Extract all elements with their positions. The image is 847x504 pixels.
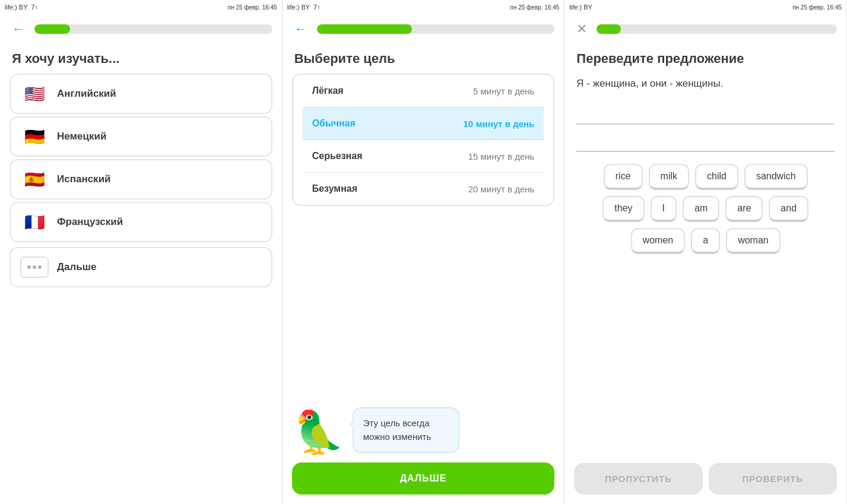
progress-bar-1 (34, 24, 272, 34)
header-bar-1: ← (0, 14, 282, 42)
status-right-3: пн 25 февр. 16:45 (792, 4, 842, 11)
panel-language-selection: life:) BY 7↑ пн 25 февр. 16:45 ← Я хочу … (0, 0, 283, 504)
more-label: Дальше (57, 261, 96, 273)
progress-bar-3 (597, 24, 837, 34)
owl-emoji: 🦜 (292, 411, 345, 453)
word-tile-i[interactable]: I (651, 196, 677, 222)
word-tiles-section: rice milk child sandwich they I am are a… (564, 152, 846, 309)
goal-item-easy[interactable]: Лёгкая 5 минут в день (303, 75, 544, 107)
dot-1 (27, 265, 31, 269)
back-button-2[interactable]: ← (292, 21, 310, 37)
continue-button[interactable]: ДАЛЬШЕ (292, 462, 555, 495)
word-tiles-row-2: they I am are and (574, 196, 837, 222)
word-tile-child[interactable]: child (695, 164, 738, 190)
goal-time-crazy: 20 минут в день (468, 184, 535, 194)
goal-time-easy: 5 минут в день (473, 86, 534, 96)
status-left: life:) BY 7↑ (5, 4, 38, 11)
goal-list: Лёгкая 5 минут в день Обычная 10 минут в… (292, 74, 555, 206)
language-item-german[interactable]: 🇩🇪 Немецкий (9, 116, 272, 157)
panel2-title: Выберите цель (283, 42, 564, 74)
language-item-more[interactable]: Дальше (9, 247, 272, 287)
answer-area[interactable] (564, 103, 846, 152)
goal-item-crazy[interactable]: Безумная 20 минут в день (303, 173, 544, 205)
flag-es: 🇪🇸 (20, 169, 49, 190)
status-left-2: life:) BY 7↑ (287, 4, 321, 11)
close-button[interactable]: ✕ (574, 21, 589, 37)
panel-goal-selection: life:) BY 7↑ пн 25 февр. 16:45 ← Выберит… (283, 0, 565, 504)
status-bar-3: life:) BY пн 25 февр. 16:45 (564, 0, 846, 14)
progress-fill-2 (317, 24, 412, 34)
language-name-english: Английский (57, 88, 116, 100)
goal-name-normal: Обычная (312, 118, 356, 129)
speech-text: Эту цель всегда можно изменить (363, 418, 432, 442)
progress-fill-1 (34, 24, 70, 34)
translate-title: Переведите предложение (564, 42, 846, 71)
language-name-german: Немецкий (57, 131, 106, 142)
progress-bar-2 (317, 24, 555, 34)
word-tile-rice[interactable]: rice (604, 164, 643, 190)
header-bar-2: ← (283, 14, 564, 42)
sentence-text: Я - женщина, и они - женщины. (564, 71, 846, 103)
goal-name-serious: Серьезная (312, 151, 363, 161)
mascot-section: 🦜 Эту цель всегда можно изменить (283, 206, 564, 453)
word-tile-are[interactable]: are (725, 196, 763, 222)
word-tile-sandwich[interactable]: sandwich (744, 164, 808, 190)
word-tile-woman[interactable]: woman (726, 228, 781, 254)
language-list: 🇺🇸 Английский 🇩🇪 Немецкий 🇪🇸 Испанский 🇫… (0, 74, 282, 287)
answer-line-2 (576, 131, 835, 152)
goal-time-normal: 10 минут в день (464, 119, 535, 129)
language-item-english[interactable]: 🇺🇸 Английский (9, 74, 272, 114)
status-left-3: life:) BY (569, 4, 592, 11)
bottom-actions: ПРОПУСТИТЬ ПРОВЕРИТЬ (564, 454, 846, 504)
more-dots-icon (20, 256, 49, 278)
language-item-spanish[interactable]: 🇪🇸 Испанский (9, 159, 272, 199)
panel-translate: life:) BY пн 25 февр. 16:45 ✕ Переведите… (564, 0, 847, 504)
header-bar-3: ✕ (564, 14, 846, 42)
word-tiles-row-3: women a woman (574, 228, 837, 254)
status-bar-2: life:) BY 7↑ пн 25 февр. 16:45 (283, 0, 564, 14)
goal-name-easy: Лёгкая (312, 85, 344, 96)
word-tile-women[interactable]: women (631, 228, 686, 254)
goal-item-serious[interactable]: Серьезная 15 минут в день (303, 140, 544, 173)
status-right-2: пн 25 февр. 16:45 (510, 4, 559, 11)
panel1-title: Я хочу изучать... (0, 42, 282, 74)
word-tile-a[interactable]: a (691, 228, 720, 254)
word-tiles-row-1: rice milk child sandwich (574, 164, 837, 190)
answer-line-1[interactable] (576, 103, 835, 125)
dot-2 (33, 265, 36, 269)
speech-bubble: Эту цель всегда можно изменить (353, 407, 459, 453)
goal-time-serious: 15 минут в день (468, 151, 535, 161)
word-tile-and[interactable]: and (769, 196, 808, 222)
language-item-french[interactable]: 🇫🇷 Французский (9, 202, 272, 242)
duo-mascot: 🦜 (292, 411, 345, 453)
word-tile-am[interactable]: am (683, 196, 719, 222)
flag-de: 🇩🇪 (20, 126, 49, 147)
language-name-french: Французский (57, 216, 123, 228)
progress-fill-3 (597, 24, 620, 34)
flag-fr: 🇫🇷 (20, 211, 49, 233)
skip-button[interactable]: ПРОПУСТИТЬ (574, 463, 702, 495)
goal-name-crazy: Безумная (312, 183, 357, 194)
check-button[interactable]: ПРОВЕРИТЬ (709, 463, 837, 495)
flag-us: 🇺🇸 (20, 83, 49, 104)
language-name-spanish: Испанский (57, 173, 111, 185)
status-right: пн 25 февр. 16:45 (228, 4, 277, 11)
back-button-1[interactable]: ← (9, 21, 27, 37)
word-tile-they[interactable]: they (602, 196, 644, 222)
status-bar-1: life:) BY 7↑ пн 25 февр. 16:45 (0, 0, 282, 14)
dot-3 (38, 265, 42, 269)
word-tile-milk[interactable]: milk (649, 164, 689, 190)
goal-item-normal[interactable]: Обычная 10 минут в день (303, 107, 544, 140)
